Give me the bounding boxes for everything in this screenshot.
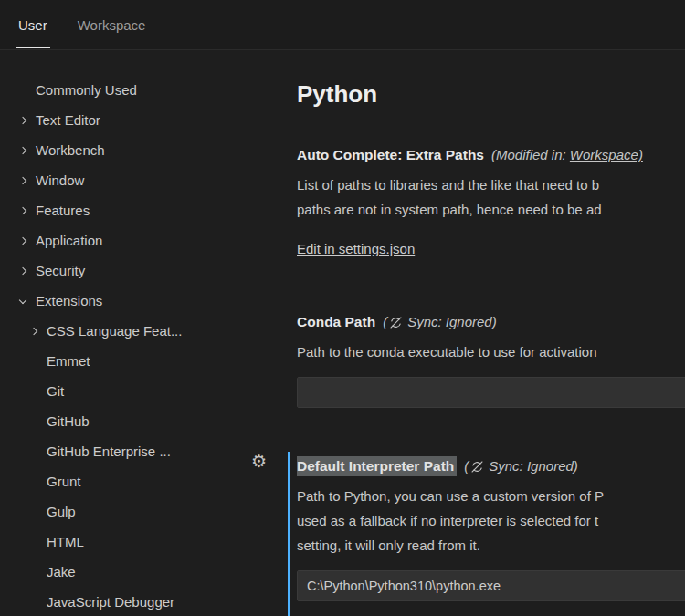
setting-header: Default Interpreter Path (Sync: Ignored) [297,456,685,476]
setting-description-line: paths are not in system path, hence need… [297,197,685,222]
modified-scope-link[interactable]: Workspace) [570,145,643,165]
sidebar-item-label: JavaScript Debugger [47,594,174,610]
setting-description: List of paths to libraries and the like … [297,172,685,222]
chevron-right-icon[interactable] [20,118,36,123]
sidebar-item-emmet[interactable]: Emmet [0,346,285,376]
sidebar-item-application[interactable]: Application [0,225,285,256]
sidebar-item-label: Git [47,383,64,399]
chevron-right-icon[interactable] [20,238,36,244]
sidebar-item-css-language-features[interactable]: CSS Language Feat... [0,316,285,346]
chevron-down-icon[interactable] [20,299,36,303]
sidebar-item-label: Grunt [47,474,81,489]
setting-autocomplete-extra-paths: Auto Complete: Extra Paths (Modified in:… [297,145,685,257]
sidebar-item-label: Window [36,172,84,188]
setting-description-line: used as a fallback if no interpreter is … [297,508,685,533]
sidebar-item-extensions[interactable]: Extensions [0,286,285,316]
tab-workspace[interactable]: Workspace [78,0,146,49]
sidebar-item-label: HTML [47,534,84,549]
modified-annotation: (Modified in: Workspace) [491,145,643,165]
setting-name: Conda Path [297,312,375,332]
settings-tree: Commonly Used Text Editor Workbench Wind… [0,75,285,616]
gear-icon[interactable]: ⚙ [251,453,267,470]
setting-description: Path to the conda executable to use for … [297,339,685,364]
settings-scope-tabbar: User Workspace [0,0,685,50]
sync-ignored-annotation: (Sync: Ignored) [464,456,578,476]
sync-ignored-icon [389,316,403,329]
sidebar-item-jake[interactable]: Jake [0,557,285,587]
sidebar-item-label: Features [36,203,90,218]
tab-user[interactable]: User [18,0,47,49]
sync-ignored-annotation: (Sync: Ignored) [383,312,497,332]
sidebar-item-github[interactable]: GitHub [0,406,285,436]
default-interpreter-path-input[interactable] [297,570,685,601]
sidebar-item-label: Extensions [36,293,102,308]
sidebar-item-window[interactable]: Window [0,165,285,195]
sidebar-item-label: Commonly Used [36,82,137,98]
setting-description-line: Path to the conda executable to use for … [297,339,685,364]
conda-path-input[interactable] [297,377,685,408]
sidebar-item-grunt[interactable]: Grunt [0,466,285,496]
setting-conda-path: Conda Path (Sync: Ignored) Path to the c… [297,312,685,408]
sidebar-item-features[interactable]: Features [0,195,285,225]
sidebar-item-git[interactable]: Git [0,376,285,406]
sync-ignored-label: Sync: Ignored) [489,456,578,476]
sidebar-item-commonly-used[interactable]: Commonly Used [0,75,285,105]
sidebar-item-gulp[interactable]: Gulp [0,496,285,527]
setting-default-interpreter-path: Default Interpreter Path (Sync: Ignored)… [297,456,685,601]
setting-header: Auto Complete: Extra Paths (Modified in:… [297,145,685,165]
sidebar-item-label: Application [36,233,102,248]
chevron-right-icon[interactable] [20,268,36,274]
sidebar-item-label: Text Editor [36,112,100,128]
sidebar-item-label: GitHub Enterprise ... [47,444,171,459]
chevron-right-icon[interactable] [31,329,47,334]
chevron-right-icon[interactable] [20,178,36,183]
modified-indicator-bar [288,452,290,616]
paren-open: ( [383,312,387,332]
page-title: Python [297,80,377,109]
chevron-right-icon[interactable] [20,148,36,153]
paren-open: ( [464,456,469,476]
sidebar-item-workbench[interactable]: Workbench [0,135,285,165]
setting-name: Auto Complete: Extra Paths [297,145,484,165]
sidebar-item-label: CSS Language Feat... [47,323,182,339]
setting-description: Path to Python, you can use a custom ver… [297,484,685,558]
sidebar-item-label: GitHub [47,413,90,429]
sync-ignored-label: Sync: Ignored) [407,312,497,332]
sidebar-item-security[interactable]: Security [0,256,285,286]
setting-description-line: Path to Python, you can use a custom ver… [297,484,685,508]
chevron-right-icon[interactable] [20,208,36,214]
sidebar-item-label: Workbench [36,142,105,158]
setting-header: Conda Path (Sync: Ignored) [297,312,685,332]
setting-description-line: List of paths to libraries and the like … [297,172,685,197]
sidebar-item-label: Jake [47,564,76,579]
setting-description-line: setting, it will only read from it. [297,533,685,558]
sidebar-item-label: Security [36,263,85,278]
setting-name: Default Interpreter Path [297,456,457,476]
edit-in-settings-json-link[interactable]: Edit in settings.json [297,241,415,256]
sidebar-item-label: Emmet [47,353,90,369]
sidebar-item-github-enterprise[interactable]: GitHub Enterprise ... [0,436,285,466]
sidebar-item-html[interactable]: HTML [0,527,285,557]
sidebar-item-text-editor[interactable]: Text Editor [0,105,285,135]
modified-prefix: (Modified in: [491,145,570,165]
sidebar-item-label: Gulp [47,504,76,519]
sidebar-item-javascript-debugger[interactable]: JavaScript Debugger [0,587,285,616]
sync-ignored-icon [470,460,484,474]
